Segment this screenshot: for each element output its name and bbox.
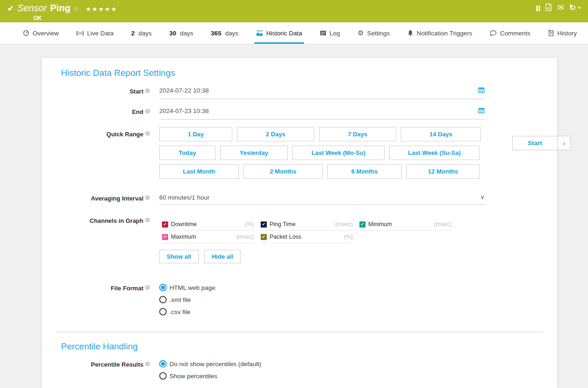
channels-label: Channels in Graph <box>89 217 143 224</box>
channels-row: Channels in Graph i ✔ Downtime (%) ✔ Pin… <box>42 216 557 263</box>
averaging-interval-label: Averaging Interval <box>91 195 143 202</box>
section-title-historic: Historic Data Report Settings <box>61 68 557 78</box>
checkbox-icon: ✔ <box>359 221 365 227</box>
info-icon[interactable]: i <box>145 109 150 114</box>
quick-range-label: Quick Range <box>107 131 143 138</box>
priority-stars[interactable]: ★★★★★ <box>86 6 117 13</box>
quick-range-1-day-button[interactable]: 1 Day <box>159 127 232 141</box>
quick-range-2-months-button[interactable]: 2 Months <box>243 164 323 179</box>
radio-html-web-page[interactable]: HTML web page <box>159 284 485 291</box>
sensor-header: ✔ Sensor Ping ⚐ ★★★★★ OK ✉ ↻ ▾ <box>0 0 588 22</box>
file-format-row: File Format i HTML web page .xml file .c… <box>42 284 557 320</box>
hide-all-button[interactable]: Hide all <box>204 250 241 263</box>
checkbox-icon: ✔ <box>162 221 168 227</box>
quick-range-2-days-button[interactable]: 2 Days <box>237 127 314 141</box>
mail-icon[interactable]: ✉ <box>557 4 564 12</box>
start-split-button: Start › <box>512 136 571 150</box>
radio-icon <box>159 296 167 303</box>
tab-log[interactable]: Log <box>318 22 342 44</box>
sensor-tabbar: Overview Live Data 2days 30days 365days … <box>0 22 588 44</box>
radio-icon <box>159 372 167 380</box>
page-title-type: Sensor <box>17 3 47 13</box>
page-title-sensor-name: Ping <box>50 3 70 13</box>
history-note-icon <box>548 30 554 36</box>
file-format-label: File Format <box>111 285 143 292</box>
end-row: End i 2024-07-23 10:38 <box>42 107 557 120</box>
info-icon[interactable]: i <box>145 361 150 366</box>
percentile-results-label: Percentile Results <box>91 361 143 368</box>
channel-checkbox-minimum[interactable]: ✔ Minimum (msec) <box>359 220 452 231</box>
start-label: Start <box>129 88 143 95</box>
quick-range-last-week-su-sa-button[interactable]: Last Week (Su-Sa) <box>389 146 480 160</box>
gear-icon: ⚙ <box>358 29 364 37</box>
settings-card: Historic Data Report Settings Start i 20… <box>42 58 557 388</box>
calendar-icon[interactable] <box>478 107 485 116</box>
quick-range-row: Quick Range i 1 Day 2 Days 7 Days 14 Day… <box>42 127 557 179</box>
channel-checkbox-downtime[interactable]: ✔ Downtime (%) <box>162 220 254 231</box>
quick-range-7-days-button[interactable]: 7 Days <box>319 127 396 141</box>
radio-icon <box>159 284 167 291</box>
tab-30-days[interactable]: 30days <box>168 22 196 44</box>
radio-icon <box>159 360 167 368</box>
tab-historic-data[interactable]: Historic Data <box>254 22 304 44</box>
quick-range-last-week-mo-su-button[interactable]: Last Week (Mo-Su) <box>292 146 385 160</box>
radio-show-percentiles[interactable]: Show percentiles <box>159 372 485 380</box>
start-button[interactable]: Start <box>512 136 558 150</box>
quick-range-12-months-button[interactable]: 12 Months <box>406 164 480 179</box>
info-icon[interactable]: i <box>145 218 150 222</box>
tab-overview[interactable]: Overview <box>21 22 61 44</box>
tab-history[interactable]: History <box>546 22 579 44</box>
status-ok-icon: ✔ <box>7 4 14 13</box>
info-icon[interactable]: i <box>145 285 150 290</box>
quick-range-6-months-button[interactable]: 6 Months <box>327 164 402 179</box>
info-icon[interactable]: i <box>145 88 150 93</box>
section-divider <box>56 332 543 332</box>
refresh-icon[interactable]: ↻ <box>569 4 576 12</box>
show-all-button[interactable]: Show all <box>159 250 199 263</box>
quick-range-last-month-button[interactable]: Last Month <box>159 164 239 179</box>
radio-do-not-show-percentiles[interactable]: Do not show percentiles (default) <box>159 360 485 368</box>
quick-range-14-days-button[interactable]: 14 Days <box>401 127 481 141</box>
radio-csv-file[interactable]: .csv file <box>159 308 485 315</box>
checkbox-icon: ✔ <box>261 221 267 227</box>
channel-checkbox-maximum[interactable]: ✔ Maximum (msec) <box>162 233 254 243</box>
tab-live-data[interactable]: Live Data <box>74 22 115 44</box>
start-date-input[interactable]: 2024-07-22 10:38 <box>159 87 485 99</box>
tab-settings[interactable]: ⚙ Settings <box>356 22 392 44</box>
flag-icon[interactable]: ⚐ <box>74 6 79 13</box>
gauge-icon <box>23 30 29 36</box>
channel-checkbox-ping-time[interactable]: ✔ Ping Time (msec) <box>261 220 353 231</box>
log-list-icon <box>320 30 326 36</box>
averaging-interval-select[interactable]: 60 minutes/1 hour ∨ <box>159 194 485 205</box>
tab-2-days[interactable]: 2days <box>129 22 154 44</box>
info-icon[interactable]: i <box>145 131 150 136</box>
quick-range-today-button[interactable]: Today <box>159 146 216 160</box>
checkbox-icon: ✔ <box>162 234 168 240</box>
status-badge: OK <box>33 15 117 21</box>
section-title-percentile: Percentile Handling <box>61 341 557 352</box>
radio-xml-file[interactable]: .xml file <box>159 296 485 303</box>
calendar-icon[interactable] <box>478 87 485 95</box>
report-icon[interactable] <box>545 3 552 13</box>
tab-365-days[interactable]: 365days <box>209 22 240 44</box>
channel-checkbox-packet-loss[interactable]: ✔ Packet Loss (%) <box>261 233 353 243</box>
chevron-down-icon[interactable]: ▾ <box>578 4 581 12</box>
area-chart-icon <box>256 30 263 36</box>
pause-icon[interactable] <box>536 6 540 11</box>
quick-range-yesterday-button[interactable]: Yesterday <box>220 146 288 160</box>
bell-icon <box>407 30 413 36</box>
radio-icon <box>159 308 167 315</box>
end-label: End <box>132 108 143 115</box>
chevron-right-icon[interactable]: › <box>558 136 571 150</box>
percentile-results-row: Percentile Results i Do not show percent… <box>42 360 557 384</box>
tab-comments[interactable]: Comments <box>488 22 532 44</box>
averaging-interval-row: Averaging Interval i 60 minutes/1 hour ∨ <box>42 194 557 205</box>
tab-notification-triggers[interactable]: Notification Triggers <box>406 22 474 44</box>
info-icon[interactable]: i <box>145 195 150 200</box>
end-date-input[interactable]: 2024-07-23 10:38 <box>159 107 485 120</box>
checkbox-icon: ✔ <box>261 234 267 240</box>
comment-bubble-icon <box>490 30 497 36</box>
live-signal-icon <box>76 30 84 36</box>
chevron-down-icon: ∨ <box>480 194 485 200</box>
start-row: Start i 2024-07-22 10:38 <box>42 87 557 99</box>
